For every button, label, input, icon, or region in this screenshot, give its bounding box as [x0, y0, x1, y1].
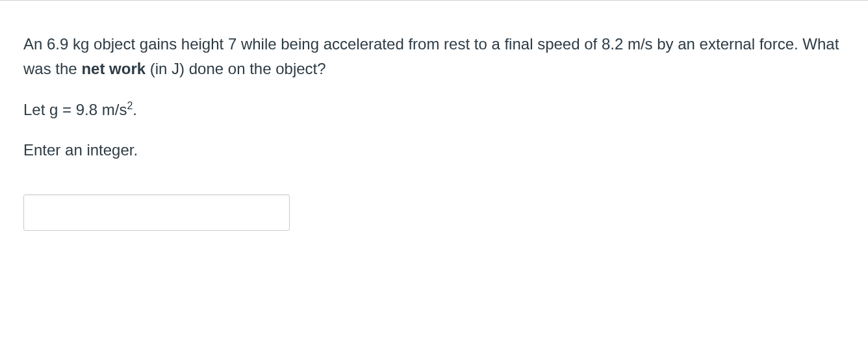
question-part2: (in J) done on the object?	[146, 60, 326, 77]
given-suffix: .	[133, 101, 137, 118]
question-content: An 6.9 kg object gains height 7 while be…	[0, 1, 868, 231]
instruction-text: Enter an integer.	[23, 138, 845, 163]
given-prefix: Let g = 9.8 m/s	[23, 101, 127, 118]
given-info: Let g = 9.8 m/s2.	[23, 98, 845, 122]
answer-input[interactable]	[23, 194, 290, 231]
given-exponent: 2	[127, 100, 133, 111]
question-bold: net work	[81, 60, 146, 77]
question-text: An 6.9 kg object gains height 7 while be…	[23, 32, 845, 82]
